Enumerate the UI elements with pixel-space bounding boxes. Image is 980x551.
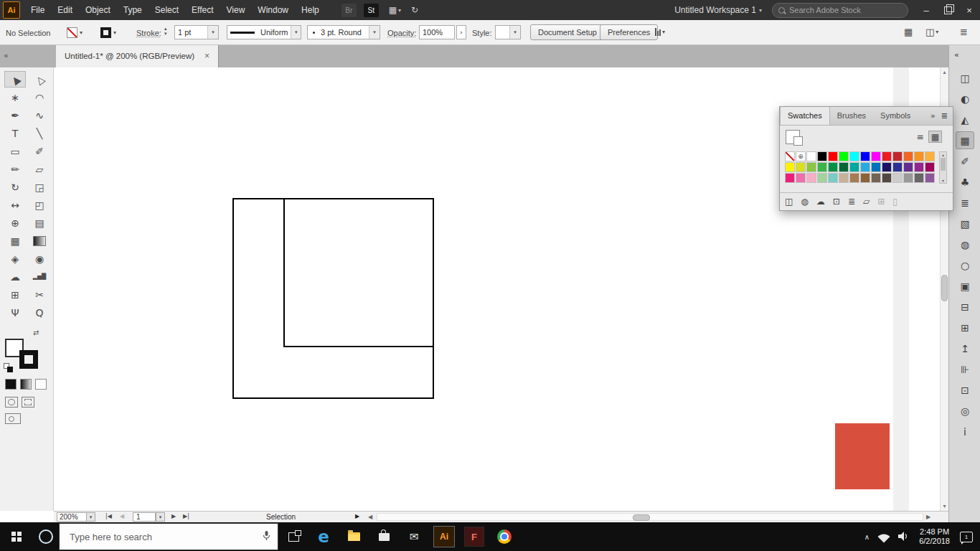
none-mode-button[interactable] xyxy=(35,379,47,390)
screen-mode-button[interactable] xyxy=(5,413,21,424)
swatch-F7931E[interactable] xyxy=(914,151,924,161)
panel-menu-icon[interactable]: ≣ xyxy=(941,112,948,120)
opacity-more-button[interactable]: › xyxy=(456,25,466,39)
swatch-000000[interactable] xyxy=(817,151,827,161)
document-tab[interactable]: Untitled-1* @ 200% (RGB/Preview) × xyxy=(56,44,219,67)
blend-tool[interactable]: ◉ xyxy=(29,250,50,267)
minimize-button[interactable]: – xyxy=(915,0,937,20)
shape-builder-tool[interactable]: ⊕ xyxy=(4,215,26,231)
symbol-sprayer-tool[interactable]: ☁ xyxy=(4,268,26,285)
color-panel-icon[interactable]: ◐ xyxy=(956,90,974,108)
navigator-panel-icon[interactable]: ◎ xyxy=(956,402,974,420)
libraries-panel-icon[interactable]: ◫ xyxy=(956,69,974,87)
preferences-button[interactable]: Preferences xyxy=(600,24,658,40)
scroll-left-icon[interactable]: ◀ xyxy=(368,514,372,520)
opacity-label[interactable]: Opacity: xyxy=(387,29,416,37)
dock-panels-icon[interactable]: ◫ ▾ xyxy=(925,27,938,37)
align-options-icon[interactable]: ▾ xyxy=(655,28,665,36)
swatch-F26522[interactable] xyxy=(903,151,913,161)
style-dropdown[interactable]: ▾ xyxy=(495,25,521,39)
swatch-1B1464[interactable] xyxy=(882,162,892,172)
transform-panel-icon[interactable]: ⊡ xyxy=(956,381,974,399)
draw-normal-button[interactable] xyxy=(5,397,18,408)
mail-button[interactable]: ✉ xyxy=(399,522,429,551)
scroll-up-icon[interactable]: ▴ xyxy=(940,152,946,157)
align-panel-icon[interactable]: ⊪ xyxy=(956,360,974,378)
swatch-FF00FF[interactable] xyxy=(871,151,881,161)
artboard-number-field[interactable]: 1 xyxy=(133,512,156,522)
swatch-D9E021[interactable] xyxy=(796,162,806,172)
symbols-panel-icon[interactable]: ♣ xyxy=(956,173,974,191)
gradient-panel-icon[interactable]: ▧ xyxy=(956,215,974,232)
swatch-736357[interactable] xyxy=(871,173,881,183)
horizontal-scrollbar-thumb[interactable] xyxy=(633,514,650,521)
eyedropper-tool[interactable]: ◈ xyxy=(4,250,26,267)
menu-help[interactable]: Help xyxy=(295,0,326,20)
arrange-documents-icon[interactable]: ▦ ▾ xyxy=(389,5,401,15)
swatch-ED1E79[interactable] xyxy=(785,173,795,183)
paintbrush-tool[interactable]: ✐ xyxy=(29,143,50,159)
swatch-FBB03B[interactable] xyxy=(925,151,935,161)
drawn-rectangle-inner[interactable] xyxy=(283,198,434,347)
collapse-panel-icon[interactable]: » xyxy=(930,112,936,120)
eraser-tool[interactable]: ▱ xyxy=(29,161,50,177)
adobe-stock-search-input[interactable]: Search Adobe Stock xyxy=(772,3,908,18)
width-tool[interactable]: ↔ xyxy=(4,197,26,213)
first-artboard-icon[interactable]: |◀ xyxy=(105,513,112,519)
swatch-options-icon[interactable]: ≣ xyxy=(848,197,855,206)
swatch-A3D39C[interactable] xyxy=(817,173,827,183)
task-view-button[interactable] xyxy=(278,522,308,551)
type-tool[interactable]: T xyxy=(4,125,26,141)
swatch-A67C52[interactable] xyxy=(849,173,859,183)
artboards-panel-icon[interactable]: ⊞ xyxy=(956,319,974,336)
transparency-panel-icon[interactable]: ◍ xyxy=(956,235,974,253)
chevron-down-icon[interactable]: ▾ xyxy=(291,26,301,39)
swatch-999999[interactable] xyxy=(903,173,913,183)
swatch-00A99D[interactable] xyxy=(849,162,859,172)
rectangle-tool[interactable]: ▭ xyxy=(4,143,26,159)
menu-type[interactable]: Type xyxy=(117,0,149,20)
swatch-93278F[interactable] xyxy=(914,162,924,172)
swatch-C7B299[interactable] xyxy=(839,173,849,183)
pen-tool[interactable]: ✒ xyxy=(4,107,26,123)
wifi-icon[interactable] xyxy=(878,531,890,543)
start-button[interactable] xyxy=(0,522,33,551)
artboard-dropdown-icon[interactable]: ▾ xyxy=(156,512,165,522)
menu-edit[interactable]: Edit xyxy=(51,0,79,20)
touch-rotate-icon[interactable]: ↻ xyxy=(411,5,418,15)
gradient-tool[interactable] xyxy=(29,232,50,249)
menu-view[interactable]: View xyxy=(220,0,252,20)
expand-panels-icon[interactable]: « xyxy=(954,50,959,60)
zoom-dropdown-icon[interactable]: ▾ xyxy=(86,512,95,522)
store-button[interactable] xyxy=(369,522,399,551)
swatch-FF0000[interactable] xyxy=(828,151,838,161)
swatch-534741[interactable] xyxy=(882,173,892,183)
scroll-right-icon[interactable]: ▶ xyxy=(926,514,930,520)
swatch-662D91[interactable] xyxy=(903,162,913,172)
selection-tool[interactable]: ▲ xyxy=(4,71,26,88)
bridge-icon[interactable]: Br xyxy=(341,4,357,17)
drawn-red-square[interactable] xyxy=(835,423,890,489)
list-view-icon[interactable]: ≡ xyxy=(913,131,927,143)
zoom-tool[interactable]: Q xyxy=(29,304,50,321)
taskbar-search-input[interactable]: Type here to search xyxy=(59,523,278,550)
swatch-2E3192[interactable] xyxy=(892,162,903,172)
volume-icon[interactable] xyxy=(898,532,909,542)
swatch-39B54A[interactable] xyxy=(817,162,827,172)
info-panel-icon[interactable]: i xyxy=(956,423,974,441)
tab-brushes[interactable]: Brushes xyxy=(830,107,873,125)
menu-window[interactable]: Window xyxy=(251,0,295,20)
swatch-F9AEC8[interactable] xyxy=(806,173,816,183)
tab-swatches[interactable]: Swatches xyxy=(780,107,830,125)
swatch-00FFFF[interactable] xyxy=(849,151,859,161)
color-guide-panel-icon[interactable]: ◭ xyxy=(956,110,974,128)
scroll-up-icon[interactable]: ▴ xyxy=(941,69,948,75)
fill-color-dropdown[interactable]: ▾ xyxy=(67,27,83,38)
color-themes-icon[interactable]: ◍ xyxy=(801,197,808,206)
opacity-field[interactable]: 100% xyxy=(419,25,455,39)
swatch-0000FF[interactable] xyxy=(860,151,870,161)
swatch-FFFFFF[interactable] xyxy=(806,151,816,161)
menu-file[interactable]: File xyxy=(24,0,51,20)
swatch-CCCCCC[interactable] xyxy=(892,173,903,183)
asset-export-panel-icon[interactable]: ↥ xyxy=(956,339,974,357)
